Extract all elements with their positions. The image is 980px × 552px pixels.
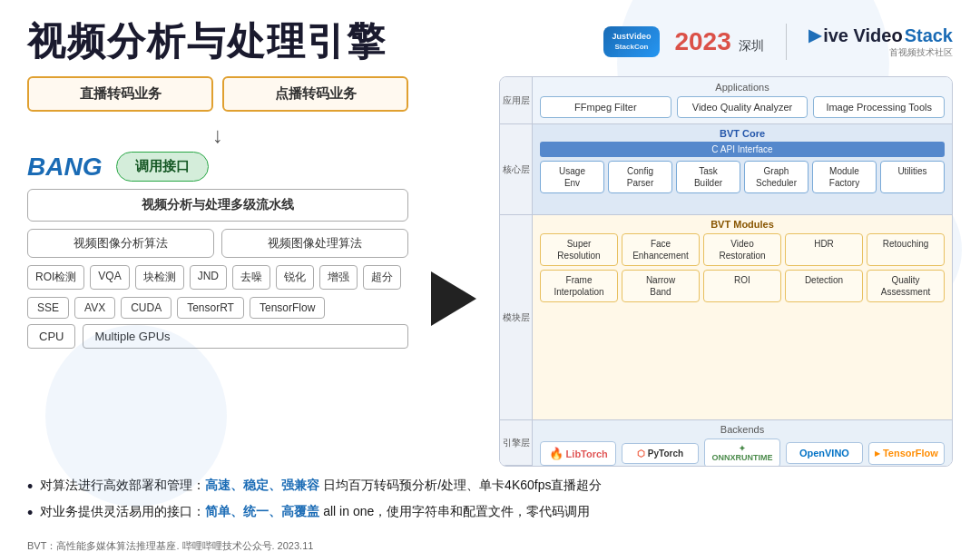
module-detection: Detection (785, 270, 863, 302)
core-module-factory: ModuleFactory (812, 161, 877, 193)
tag-item: 超分 (363, 265, 401, 290)
modules-row-1: SuperResolution FaceEnhancement VideoRes… (540, 233, 945, 266)
backends-title: Backends (540, 424, 945, 435)
event-badge: JustVideo StackCon (603, 26, 661, 57)
bang-row: BANG 调用接口 (27, 152, 408, 182)
left-panel: 直播转码业务 点播转码业务 ↓ BANG 调用接口 视频分析与处理多级流水线 视… (27, 76, 408, 467)
core-config-parser: ConfigParser (608, 161, 672, 193)
tech-tag-item: TensorRT (177, 297, 244, 319)
highlight-1: 高速、稳定、强兼容 (205, 478, 319, 492)
core-utilities: Utilities (880, 161, 945, 193)
bvt-modules-layer: BVT Modules SuperResolution FaceEnhancem… (533, 215, 952, 420)
page-title: 视频分析与处理引擎 (27, 16, 387, 67)
live-transcode-box: 直播转码业务 (27, 76, 213, 112)
core-graph-scheduler: GraphScheduler (744, 161, 808, 193)
layer-labels-col: 应用层 核心层 模块层 引擎层 (500, 77, 533, 466)
module-quality-assessment: QualityAssessment (867, 270, 945, 302)
big-arrow-container (426, 131, 481, 467)
module-roi: ROI (703, 270, 781, 302)
cpu-box: CPU (27, 324, 75, 349)
tech-tag-item: AVX (74, 297, 115, 319)
bvt-core-layer: BVT Core C API Interface UsageEnv Config… (533, 124, 952, 215)
year-city: 2023 深圳 (674, 27, 764, 56)
backend-onnx: ✦ ONNXRUNTIME (704, 439, 780, 467)
tech-row-1: SSEAVXCUDATensorRTTensorFlow (27, 297, 408, 319)
footer-line-1: BVT：高性能多媒体算法推理基座. 哔哩哔哩技术公众号. 2023.11 (27, 537, 953, 552)
tag-item: JND (190, 265, 227, 290)
tech-tag-item: SSE (27, 297, 69, 319)
bullet-2-text: 对业务提供灵活易用的接口：简单、统一、高覆盖 all in one，使用字符串和… (40, 500, 590, 527)
pipeline-box: 视频分析与处理多级流水线 (27, 189, 408, 222)
bullet-dot-1: • (27, 474, 33, 500)
arrow-down: ↓ (27, 123, 408, 148)
algo-process-box: 视频图像处理算法 (221, 229, 408, 258)
tech-tag-item: CUDA (121, 297, 172, 319)
year-label: 2023 (674, 27, 730, 55)
module-retouching: Retouching (867, 233, 945, 266)
backend-tensorflow: ▸ TensorFlow (868, 442, 945, 465)
highlight-2: 简单、统一、高覆盖 (205, 504, 319, 518)
city-label: 深圳 (739, 38, 764, 53)
modules-grid: SuperResolution FaceEnhancement VideoRes… (540, 233, 945, 302)
backends-layer: Backends 🔥 LibTorch ⬡ PyTorch ✦ ONNXRUNT… (533, 420, 952, 466)
brand-stack: Stack (905, 25, 953, 46)
backends-boxes: 🔥 LibTorch ⬡ PyTorch ✦ ONNXRUNTIME OpenV… (540, 439, 945, 467)
logo-area: JustVideo StackCon 2023 深圳 ▶ ive Video S… (603, 24, 953, 60)
brand-main: ▶ ive Video Stack (808, 25, 953, 46)
logo-divider (786, 24, 787, 60)
api-box: 调用接口 (116, 152, 209, 182)
bang-label: BANG (27, 153, 102, 182)
big-arrow-shape (431, 271, 476, 326)
app-ipt: Image Processing Tools (813, 96, 945, 118)
tag-item: 块检测 (135, 265, 184, 290)
brand-logo: ▶ ive Video Stack 首视频技术社区 (808, 25, 953, 59)
tags-row: ROI检测VQA块检测JND去噪锐化增强超分 (27, 265, 408, 290)
module-video-restoration: VideoRestoration (703, 233, 781, 266)
bullet-dot-2: • (27, 500, 33, 527)
hw-row: CPU Multiple GPUs (27, 324, 408, 349)
right-panel: 应用层 核心层 模块层 引擎层 Applications FFmpeg Filt… (499, 76, 953, 467)
diagram-content-col: Applications FFmpeg Filter Video Quality… (533, 77, 952, 466)
tag-item: ROI检测 (27, 265, 84, 290)
module-face-enhancement: FaceEnhancement (622, 233, 700, 266)
tag-item: 增强 (319, 265, 358, 290)
app-ffmpeg: FFmpeg Filter (540, 96, 671, 118)
bullet-1-text: 对算法进行高效部署和管理：高速、稳定、强兼容 日均百万转码预分析/处理、单卡4K… (40, 474, 602, 500)
bvt-core-title: BVT Core (540, 128, 945, 139)
module-super-resolution: SuperResolution (540, 233, 618, 266)
tag-item: VQA (90, 265, 129, 290)
bullet-1: • 对算法进行高效部署和管理：高速、稳定、强兼容 日均百万转码预分析/处理、单卡… (27, 474, 953, 500)
footer: BVT：高性能多媒体算法推理基座. 哔哩哔哩技术公众号. 2023.11 BAN… (0, 534, 980, 552)
tag-item: 锐化 (276, 265, 314, 290)
core-usage-env: UsageEnv (540, 161, 604, 193)
brand-live: ive Video (823, 25, 902, 46)
apps-boxes: FFmpeg Filter Video Quality Analyzer Ima… (540, 96, 945, 118)
capi-bar: C API Interface (540, 142, 945, 157)
applications-layer: Applications FFmpeg Filter Video Quality… (533, 77, 952, 124)
tag-item: 去噪 (232, 265, 270, 290)
bvt-modules-title: BVT Modules (540, 219, 945, 230)
algo-analysis-box: 视频图像分析算法 (27, 229, 214, 258)
algo-row: 视频图像分析算法 视频图像处理算法 (27, 229, 408, 258)
arch-diagram: 应用层 核心层 模块层 引擎层 Applications FFmpeg Filt… (499, 76, 953, 467)
gpu-box: Multiple GPUs (83, 324, 408, 349)
layer-label-backend: 引擎层 (500, 420, 532, 466)
bullets-section: • 对算法进行高效部署和管理：高速、稳定、强兼容 日均百万转码预分析/处理、单卡… (0, 467, 980, 534)
brand-sub: 首视频技术社区 (808, 46, 953, 59)
modules-row-2: FrameInterpolation NarrowBand ROI Detect… (540, 270, 945, 302)
module-narrow-band: NarrowBand (622, 270, 700, 302)
bullet-2: • 对业务提供灵活易用的接口：简单、统一、高覆盖 all in one，使用字符… (27, 500, 953, 527)
layer-label-module: 模块层 (500, 215, 532, 420)
layer-label-app: 应用层 (500, 77, 532, 124)
brand-play-icon: ▶ (808, 25, 821, 45)
core-boxes: UsageEnv ConfigParser TaskBuilder GraphS… (540, 161, 945, 193)
header: 视频分析与处理引擎 JustVideo StackCon 2023 深圳 ▶ i… (0, 0, 980, 76)
backend-pytorch: ⬡ PyTorch (622, 443, 698, 464)
vod-transcode-box: 点播转码业务 (222, 76, 408, 112)
diagram-inner: 应用层 核心层 模块层 引擎层 Applications FFmpeg Filt… (500, 77, 952, 466)
tech-tag-item: TensorFlow (250, 297, 325, 319)
main-content: 直播转码业务 点播转码业务 ↓ BANG 调用接口 视频分析与处理多级流水线 视… (0, 76, 980, 467)
app-vqa: Video Quality Analyzer (677, 96, 808, 118)
module-frame-interpolation: FrameInterpolation (540, 270, 618, 302)
layer-label-core: 核心层 (500, 124, 532, 215)
